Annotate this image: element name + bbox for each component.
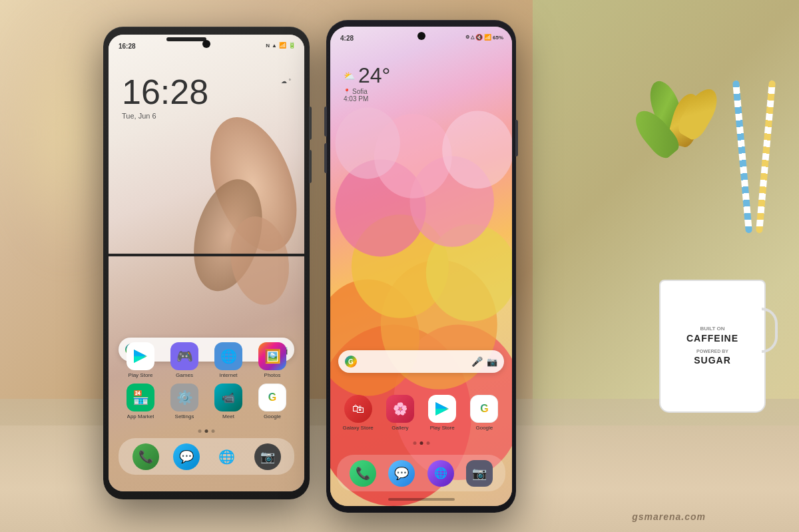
games-label: Games bbox=[176, 372, 193, 378]
volume-up-right bbox=[324, 107, 327, 136]
playstore-label: Play Store bbox=[129, 372, 153, 378]
dock-messages-left[interactable]: 💬 bbox=[173, 443, 200, 470]
app-icon-photos[interactable]: 🖼️ Photos bbox=[254, 342, 291, 378]
appmarket-icon: 🏪 bbox=[127, 384, 154, 411]
app-icon-playstore[interactable]: Play Store bbox=[123, 342, 159, 378]
status-icons-right: ⚙ △ 🔇 📶 65% bbox=[465, 34, 505, 41]
dot bbox=[426, 441, 429, 445]
app-icon-games[interactable]: 🎮 Games bbox=[166, 342, 203, 378]
dot bbox=[212, 429, 215, 433]
settings-label: Settings bbox=[175, 413, 194, 419]
weather-city: Sofia bbox=[352, 88, 368, 95]
app-grid-right: 🛍 Galaxy Store 🌸 Gallery bbox=[337, 395, 505, 436]
page-dots-right bbox=[413, 441, 429, 445]
appmarket-label: App Market bbox=[127, 413, 154, 419]
weather-small-left: ☁ ° bbox=[281, 78, 291, 85]
scene: BUILT ON CAFFEINE POWERED BY SUGAR bbox=[0, 0, 799, 532]
phone-left-screen: 16:28 N ▲ 📶 🔋 16:28 Tue, Jun 6 ☁ ° bbox=[109, 35, 304, 491]
phone-hinge-left bbox=[109, 254, 304, 256]
google-icon-right: G bbox=[470, 395, 498, 423]
app-row-right-1: 🛍 Galaxy Store 🌸 Gallery bbox=[337, 395, 505, 431]
games-icon: 🎮 bbox=[170, 342, 198, 370]
gsmarena-watermark: gsmarena.com bbox=[632, 511, 706, 522]
straw-blue bbox=[732, 80, 752, 233]
photos-icon: 🖼️ bbox=[258, 342, 286, 370]
power-button bbox=[309, 150, 312, 183]
dot-active bbox=[419, 441, 423, 445]
gallery-icon: 🌸 bbox=[386, 395, 414, 423]
playstore-label-right: Play Store bbox=[430, 425, 455, 431]
dock-left: 📞 💬 🌐 📷 bbox=[119, 438, 294, 475]
app-icon-gallery[interactable]: 🌸 Gallery bbox=[382, 395, 418, 431]
app-icon-meet[interactable]: 📹 Meet bbox=[210, 384, 247, 419]
status-icons-left: N ▲ 📶 🔋 bbox=[266, 42, 298, 49]
app-icon-appmarket[interactable]: 🏪 App Market bbox=[123, 384, 159, 419]
dot-active bbox=[205, 429, 208, 433]
camera-hole-right bbox=[417, 32, 425, 40]
volume-button bbox=[309, 107, 312, 140]
wallpaper-art-left bbox=[177, 103, 304, 354]
internet-icon: 🌐 bbox=[214, 342, 242, 370]
dock-browser-right[interactable]: 🌐 bbox=[427, 460, 454, 487]
dot bbox=[198, 429, 202, 433]
dock-camera-left[interactable]: 📷 bbox=[254, 443, 281, 470]
dock-phone-right[interactable]: 📞 bbox=[350, 460, 376, 487]
gallery-label: Gallery bbox=[392, 425, 408, 431]
photos-label: Photos bbox=[264, 372, 281, 378]
galaxy-store-icon: 🛍 bbox=[344, 395, 372, 423]
google-logo-right: G bbox=[345, 356, 357, 368]
dock-chrome-left[interactable]: 🌐 bbox=[214, 443, 240, 470]
google-label-right: Google bbox=[475, 425, 493, 431]
app-icon-google[interactable]: G Google bbox=[254, 384, 291, 419]
status-time-right: 4:28 bbox=[337, 33, 354, 42]
app-icon-google-right[interactable]: G Google bbox=[466, 395, 503, 431]
weather-time: 4:03 PM bbox=[344, 95, 390, 103]
search-bar-right[interactable]: G 🎤 📷 bbox=[338, 350, 504, 373]
mug-line1: BUILT ON bbox=[700, 325, 724, 332]
speaker-left bbox=[166, 37, 206, 41]
playstore-icon bbox=[127, 342, 154, 370]
mug-line4: SUGAR bbox=[694, 354, 731, 368]
app-row-2: 🏪 App Market ⚙️ Settings bbox=[119, 384, 294, 419]
app-icon-internet[interactable]: 🌐 Internet bbox=[210, 342, 247, 378]
power-right bbox=[515, 120, 518, 156]
meet-icon: 📹 bbox=[214, 384, 242, 411]
dock-phone-left[interactable]: 📞 bbox=[133, 443, 159, 470]
dock-camera-right[interactable]: 📷 bbox=[466, 460, 493, 487]
weather-temp: 24° bbox=[358, 63, 390, 88]
straw-yellow bbox=[756, 80, 776, 233]
coffee-mug: BUILT ON CAFFEINE POWERED BY SUGAR bbox=[659, 280, 766, 413]
app-icon-galaxy-store[interactable]: 🛍 Galaxy Store bbox=[340, 395, 376, 431]
lens-icon-right: 📷 bbox=[487, 357, 497, 367]
phone-right-body: 4:28 ⚙ △ 🔇 📶 65% ⛅ 24° bbox=[326, 20, 516, 513]
dock-right: 📞 💬 🌐 📷 bbox=[337, 455, 505, 491]
dock-messages-right[interactable]: 💬 bbox=[388, 460, 415, 487]
straw-container bbox=[739, 80, 779, 266]
phone-left: 16:28 N ▲ 📶 🔋 16:28 Tue, Jun 6 ☁ ° bbox=[103, 27, 310, 499]
phone-left-body: 16:28 N ▲ 📶 🔋 16:28 Tue, Jun 6 ☁ ° bbox=[103, 27, 310, 499]
app-row-1: Play Store 🎮 Games 🌐 bbox=[119, 342, 294, 378]
page-dots-left bbox=[198, 429, 215, 433]
google-icon: G bbox=[258, 384, 286, 411]
mug-line2: CAFFEINE bbox=[686, 332, 738, 346]
clock-date-left: Tue, Jun 6 bbox=[122, 112, 208, 120]
svg-point-12 bbox=[336, 108, 400, 179]
status-time-left: 16:28 bbox=[115, 41, 136, 50]
app-icon-settings[interactable]: ⚙️ Settings bbox=[166, 384, 203, 419]
app-icon-playstore-right[interactable]: Play Store bbox=[424, 395, 461, 431]
volume-down-right bbox=[324, 143, 327, 173]
settings-icon: ⚙️ bbox=[170, 384, 198, 411]
weather-widget: ⛅ 24° 📍 Sofia 4:03 PM bbox=[344, 63, 390, 103]
svg-point-13 bbox=[442, 111, 512, 188]
clock-time-display-left: 16:28 bbox=[122, 75, 208, 109]
plant-decoration: BUILT ON CAFFEINE POWERED BY SUGAR bbox=[633, 80, 779, 413]
google-label: Google bbox=[264, 413, 281, 419]
dot bbox=[413, 441, 416, 445]
playstore-icon-right bbox=[428, 395, 456, 423]
home-indicator-right bbox=[388, 498, 455, 501]
mic-icon-right: 🎤 bbox=[471, 356, 483, 367]
galaxy-store-label: Galaxy Store bbox=[343, 425, 374, 431]
camera-hole-left bbox=[202, 40, 210, 48]
clock-left: 16:28 Tue, Jun 6 bbox=[122, 75, 208, 120]
plant-leaves bbox=[639, 80, 719, 246]
